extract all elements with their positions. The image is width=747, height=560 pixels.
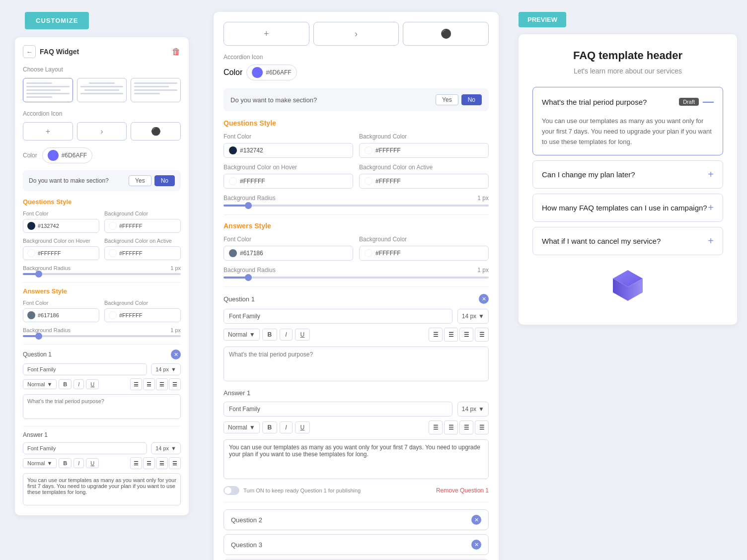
mid-q-active-picker[interactable]: #FFFFFF [359,174,489,189]
faq-item-4-header[interactable]: What if I want to cancel my service? + [533,227,723,255]
q1-align-left[interactable]: ☰ [130,378,142,390]
q1-normal-dropdown[interactable]: Normal ▼ [23,379,57,389]
a1-align-center[interactable]: ☰ [143,457,155,469]
mid-acc-icon-circle[interactable]: ⚫ [403,22,489,46]
q-font-color-picker[interactable]: #132742 [23,219,99,233]
q-active-picker[interactable]: #FFFFFF [104,246,181,260]
question3-item[interactable]: Question 3 ✕ [224,534,489,555]
q1-underline-btn[interactable]: U [86,379,99,389]
mid-a1-align-justify[interactable]: ☰ [475,420,489,434]
publish-toggle[interactable] [224,486,239,495]
yes-no-group: Yes No [129,175,175,186]
mid-acc-icon-plus[interactable]: + [224,22,309,46]
mid-q1-align-right[interactable]: ☰ [459,328,473,342]
a1-normal-dropdown[interactable]: Normal ▼ [23,458,57,468]
mid-yes-btn[interactable]: Yes [436,94,458,105]
mid-q1-italic[interactable]: I [280,329,292,341]
a-bg-color-picker[interactable]: #FFFFFF [104,308,181,322]
a1-align-justify[interactable]: ☰ [169,457,181,469]
a1-bold-btn[interactable]: B [59,458,72,468]
remove-q1-link[interactable]: Remove Question 1 [436,487,489,494]
faq-item-1-header[interactable]: What's the trial period purpose? Draft — [533,87,723,116]
mid-a1-font-size[interactable]: 14 px ▼ [457,402,489,417]
layout-option-2[interactable] [77,78,127,102]
a-radius-slider[interactable] [23,335,181,337]
mid-color-picker[interactable]: #6D6AFF [246,65,297,80]
a1-font-size-wrap[interactable]: 14 px ▼ [151,442,181,454]
color-picker[interactable]: #6D6AFF [42,147,92,163]
q1-bold-btn[interactable]: B [59,379,72,389]
acc-icon-plus[interactable]: + [23,122,73,140]
a1-text-input[interactable]: You can use our templates as many as you… [23,473,181,505]
layout-option-1[interactable] [23,78,73,102]
section-toggle-row: Do you want to make section? Yes No [23,170,181,191]
mid-a-font-picker[interactable]: #617186 [224,246,353,261]
q1-align-justify[interactable]: ☰ [169,378,181,390]
q-bg-color-picker[interactable]: #FFFFFF [104,219,181,233]
q1-font-size-wrap[interactable]: 14 px ▼ [151,363,181,375]
mid-a-slider[interactable] [224,277,489,279]
faq-item-3[interactable]: How many FAQ templates can I use in camp… [532,194,723,222]
mid-q-bg-picker[interactable]: #FFFFFF [359,143,489,158]
a1-italic-btn[interactable]: I [74,458,84,468]
faq-expand-icon-3[interactable]: + [708,202,714,213]
q1-italic-btn[interactable]: I [74,379,84,389]
mid-no-btn[interactable]: No [461,94,482,105]
back-icon[interactable]: ← [23,45,36,58]
faq-item-2[interactable]: Can I change my plan later? + [532,160,723,189]
mid-a1-text[interactable]: You can use our templates as many as you… [224,439,489,479]
mid-q1-font-size[interactable]: 14 px ▼ [457,309,489,324]
mid-color-label: Color [224,68,242,77]
a1-underline-btn[interactable]: U [86,458,99,468]
mid-a1-font-select[interactable]: Font Family [224,402,452,417]
mid-a1-normal-select[interactable]: Normal ▼ [224,421,260,433]
mid-q1-underline[interactable]: U [295,329,310,341]
a-font-color-picker[interactable]: #617186 [23,308,99,322]
mid-q-slider[interactable] [224,205,489,207]
mid-q-hover-picker[interactable]: #FFFFFF [224,174,353,189]
q1-text-input[interactable] [23,394,181,419]
faq-collapse-icon[interactable]: — [703,95,714,108]
acc-icon-chevron[interactable]: › [77,122,127,140]
mid-a1-underline[interactable]: U [295,421,310,433]
question2-item[interactable]: Question 2 ✕ [224,509,489,530]
no-button[interactable]: No [154,175,175,186]
yes-button[interactable]: Yes [129,175,151,186]
mid-q1-text[interactable] [224,347,489,381]
q1-align-center[interactable]: ☰ [143,378,155,390]
mid-a1-align-center[interactable]: ☰ [444,420,458,434]
faq-item-4[interactable]: What if I want to cancel my service? + [532,227,723,255]
mid-q1-normal-select[interactable]: Normal ▼ [224,329,260,341]
customize-button[interactable]: CUSTOMIZE [25,12,89,29]
layout-option-3[interactable] [131,78,181,102]
mid-q1-bold[interactable]: B [262,329,278,341]
a1-font-family-select[interactable]: Font Family [23,442,147,454]
mid-a1-align-right[interactable]: ☰ [459,420,473,434]
mid-q1-align-justify[interactable]: ☰ [475,328,489,342]
mid-a-bg-picker[interactable]: #FFFFFF [359,246,489,261]
q1-align-right[interactable]: ☰ [156,378,168,390]
faq-expand-icon-4[interactable]: + [708,235,714,247]
delete-icon[interactable]: 🗑 [172,47,181,57]
mid-q-font-picker[interactable]: #132742 [224,143,353,158]
faq-item-3-header[interactable]: How many FAQ templates can I use in camp… [533,194,723,221]
acc-icon-circle[interactable]: ⚫ [131,122,181,140]
faq-expand-icon-2[interactable]: + [708,169,714,180]
mid-q1-font-select[interactable]: Font Family [224,309,452,324]
a1-align-right[interactable]: ☰ [156,457,168,469]
faq-item-1[interactable]: What's the trial period purpose? Draft —… [532,87,723,155]
q1-font-family-select[interactable]: Font Family [23,363,147,375]
mid-q1-header: Question 1 ✕ [224,294,489,304]
answers-style-title: Answers Style [23,287,181,295]
a-font-dot [27,311,35,319]
q-radius-slider[interactable] [23,273,181,275]
mid-q1-align-center[interactable]: ☰ [444,328,458,342]
mid-a1-italic[interactable]: I [280,421,292,433]
mid-a1-bold[interactable]: B [262,421,278,433]
mid-acc-icon-chevron[interactable]: › [313,22,399,46]
faq-item-2-header[interactable]: Can I change my plan later? + [533,161,723,188]
q-hover-picker[interactable]: #FFFFFF [23,246,99,260]
a1-align-left[interactable]: ☰ [130,457,142,469]
mid-a1-align-left[interactable]: ☰ [429,420,443,434]
mid-q1-align-left[interactable]: ☰ [429,328,443,342]
